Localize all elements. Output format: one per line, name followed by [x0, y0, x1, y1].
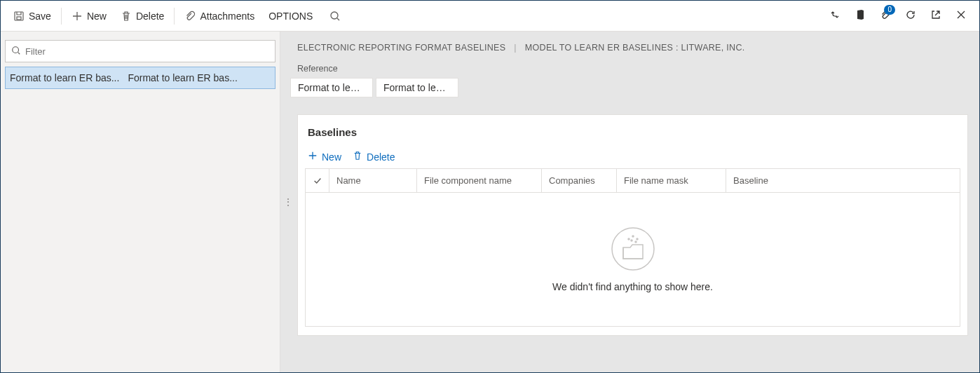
svg-point-4 [612, 228, 654, 270]
refresh-button[interactable] [898, 4, 923, 29]
delete-label: Delete [136, 11, 164, 22]
save-label: Save [29, 11, 51, 22]
card-delete-label: Delete [367, 151, 395, 163]
drag-handle-icon[interactable]: ⋮ [283, 196, 292, 208]
search-icon [329, 11, 341, 22]
svg-rect-1 [17, 17, 21, 20]
card-delete-button[interactable]: Delete [353, 151, 395, 163]
grid-header-name[interactable]: Name [329, 169, 417, 192]
grid-header: Name File component name Companies File … [306, 169, 960, 193]
svg-point-2 [331, 12, 338, 19]
delete-button[interactable]: Delete [114, 6, 171, 26]
save-icon [13, 11, 25, 22]
office-icon [855, 9, 866, 22]
card-title: Baselines [298, 115, 967, 151]
grid-header-select[interactable] [306, 169, 329, 192]
list-item-col2: Format to learn ER bas... [128, 72, 237, 83]
svg-point-8 [631, 240, 632, 241]
svg-point-5 [628, 238, 629, 240]
breadcrumb: ELECTRONIC REPORTING FORMAT BASELINES | … [280, 32, 979, 53]
trash-icon [353, 151, 362, 163]
options-label: OPTIONS [268, 11, 313, 22]
svg-point-6 [632, 236, 634, 237]
close-button[interactable] [948, 4, 974, 29]
paperclip-icon [184, 11, 196, 22]
filter-input[interactable] [25, 46, 269, 57]
attachments-label: Attachments [200, 11, 254, 22]
attachments-badge: 0 [884, 5, 895, 15]
reference-value-2[interactable]: Format to lear... [376, 78, 458, 97]
plus-icon [308, 151, 318, 163]
breadcrumb-part1[interactable]: ELECTRONIC REPORTING FORMAT BASELINES [297, 43, 505, 53]
grid-header-baseline[interactable]: Baseline [726, 169, 960, 192]
reference-values: Format to lear... Format to lear... [280, 78, 979, 97]
empty-folder-icon [611, 226, 655, 271]
filter-input-wrap[interactable] [5, 40, 275, 62]
new-button[interactable]: New [64, 6, 114, 26]
separator [61, 8, 62, 25]
attachments-icon-button[interactable]: 0 [873, 4, 898, 29]
separator [174, 8, 175, 25]
baselines-card: Baselines New Delete [297, 114, 968, 336]
plus-icon [72, 11, 83, 22]
svg-point-9 [635, 241, 637, 243]
options-button[interactable]: OPTIONS [261, 6, 320, 26]
connector-icon [829, 9, 841, 22]
breadcrumb-part2: MODEL TO LEARN ER BASELINES : LITWARE, I… [525, 43, 745, 53]
new-label: New [87, 11, 107, 22]
right-pane: ⋮ ELECTRONIC REPORTING FORMAT BASELINES … [280, 32, 979, 372]
grid-header-file-component[interactable]: File component name [417, 169, 542, 192]
attachments-button[interactable]: Attachments [177, 6, 261, 26]
trash-icon [121, 11, 132, 22]
main-layout: Format to learn ER bas... Format to lear… [1, 32, 979, 372]
svg-rect-0 [15, 12, 23, 20]
list-item-col1: Format to learn ER bas... [10, 72, 119, 83]
grid-header-companies[interactable]: Companies [542, 169, 617, 192]
action-bar: Save New Delete Attachments OPTIONS [1, 1, 979, 32]
search-button[interactable] [320, 6, 351, 26]
save-button[interactable]: Save [6, 6, 58, 26]
reference-value-1[interactable]: Format to lear... [290, 78, 373, 97]
search-icon [11, 46, 21, 57]
left-pane: Format to learn ER bas... Format to lear… [1, 32, 280, 372]
breadcrumb-separator: | [514, 43, 517, 53]
card-new-button[interactable]: New [308, 151, 341, 163]
popout-icon [930, 9, 941, 22]
office-icon-button[interactable] [848, 4, 873, 29]
reference-label: Reference [280, 53, 979, 78]
grid-header-file-name-mask[interactable]: File name mask [617, 169, 726, 192]
svg-point-3 [13, 46, 19, 53]
grid-empty-text: We didn't find anything to show here. [552, 281, 713, 292]
popout-button[interactable] [923, 4, 948, 29]
svg-point-7 [637, 238, 638, 240]
baselines-grid: Name File component name Companies File … [305, 168, 960, 327]
card-toolbar: New Delete [298, 151, 967, 168]
connector-icon-button[interactable] [822, 4, 848, 29]
grid-empty-state: We didn't find anything to show here. [306, 193, 960, 326]
list-item[interactable]: Format to learn ER bas... Format to lear… [5, 67, 275, 89]
refresh-icon [905, 9, 916, 22]
close-icon [955, 9, 967, 22]
card-new-label: New [322, 151, 341, 163]
